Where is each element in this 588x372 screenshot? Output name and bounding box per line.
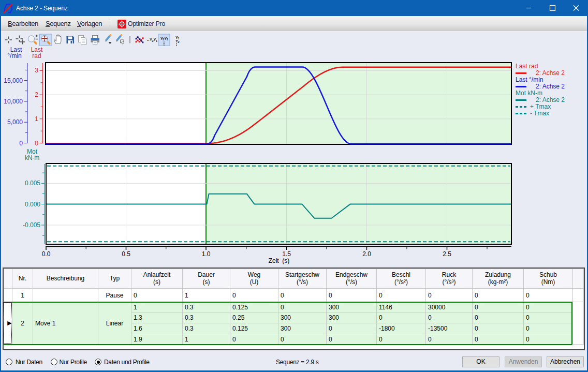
svg-text:2: 2 xyxy=(35,91,38,98)
svg-text:2.0: 2.0 xyxy=(362,250,371,258)
svg-text:-0.005: -0.005 xyxy=(23,221,40,229)
svg-text:0.000: 0.000 xyxy=(25,201,40,208)
svg-text:..: .. xyxy=(147,37,149,42)
svg-text:2.5: 2.5 xyxy=(443,250,451,258)
svg-text:1: 1 xyxy=(156,39,157,42)
svg-text:1: 1 xyxy=(167,38,168,41)
svg-text:2: 2 xyxy=(178,40,180,43)
svg-text:0: 0 xyxy=(19,140,23,147)
svg-text:0: 0 xyxy=(35,140,38,147)
svg-text:1.0: 1.0 xyxy=(202,250,211,258)
svg-text:0.0: 0.0 xyxy=(42,250,51,258)
svg-text:3: 3 xyxy=(35,67,38,74)
svg-text:5,000: 5,000 xyxy=(7,118,23,126)
svg-text:1: 1 xyxy=(35,115,38,123)
svg-text:0.005: 0.005 xyxy=(25,180,40,187)
svg-text:0.5: 0.5 xyxy=(122,250,130,258)
svg-text:15,000: 15,000 xyxy=(4,77,23,84)
svg-text:Zeit (s): Zeit (s) xyxy=(269,257,290,264)
svg-text:10,000: 10,000 xyxy=(4,98,23,105)
